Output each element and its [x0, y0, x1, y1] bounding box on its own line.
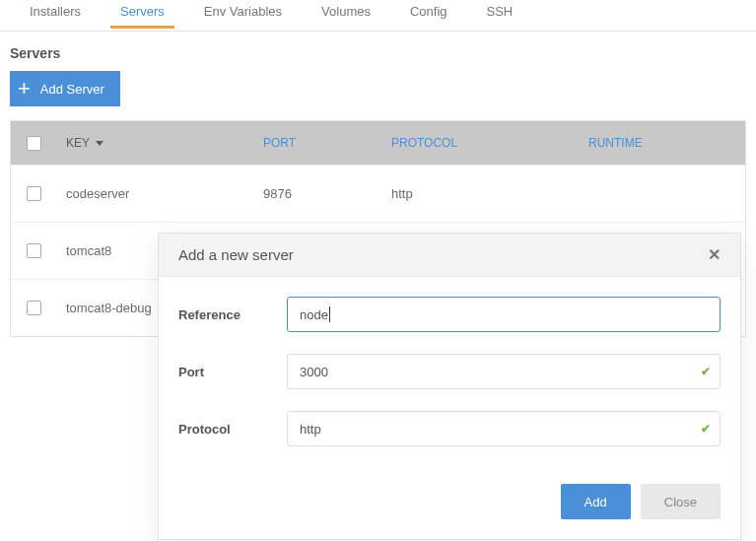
add-button[interactable]: Add	[561, 484, 631, 519]
reference-input[interactable]: node	[287, 297, 721, 332]
protocol-label: Protocol	[178, 422, 287, 437]
close-icon[interactable]: ✕	[708, 245, 721, 264]
modal-header: Add a new server ✕	[159, 234, 740, 277]
modal-body: Reference node Port ✔ Protocol ✔	[159, 277, 740, 474]
modal-overlay: Add a new server ✕ Reference node Port ✔	[0, 0, 756, 541]
valid-check-icon: ✔	[701, 422, 711, 436]
port-input[interactable]	[287, 354, 721, 389]
protocol-input[interactable]	[287, 411, 721, 446]
reference-label: Reference	[178, 307, 287, 322]
add-server-modal: Add a new server ✕ Reference node Port ✔	[158, 233, 741, 540]
close-button[interactable]: Close	[641, 484, 721, 519]
text-caret	[329, 306, 330, 322]
port-label: Port	[178, 365, 287, 379]
modal-title: Add a new server	[178, 246, 294, 263]
modal-footer: Add Close	[159, 474, 740, 539]
valid-check-icon: ✔	[701, 365, 711, 378]
